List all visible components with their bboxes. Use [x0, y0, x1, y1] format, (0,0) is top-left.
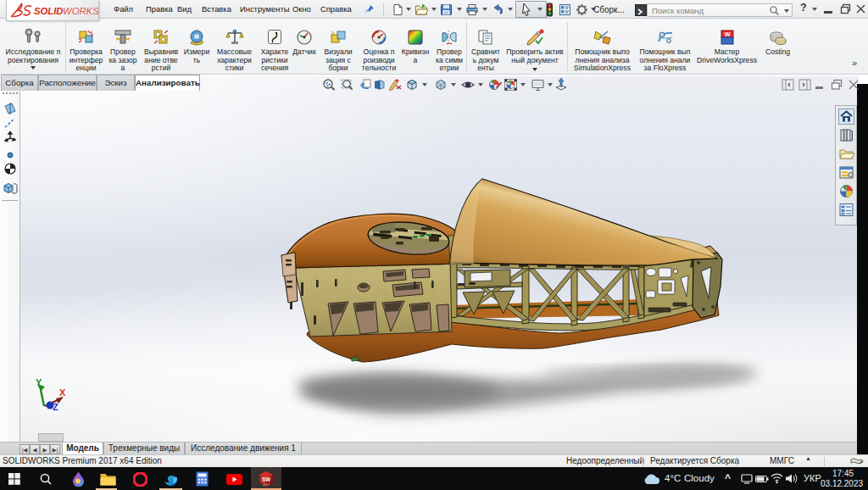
- svg-text:Y: Y: [36, 377, 42, 387]
- svg-text:Z: Z: [53, 402, 58, 412]
- svg-text:SOLID: SOLID: [34, 6, 64, 16]
- svg-text:2017: 2017: [263, 483, 270, 487]
- svg-text:X: X: [59, 387, 66, 398]
- svg-text:WORKS: WORKS: [63, 6, 99, 16]
- svg-text:SW: SW: [262, 476, 271, 482]
